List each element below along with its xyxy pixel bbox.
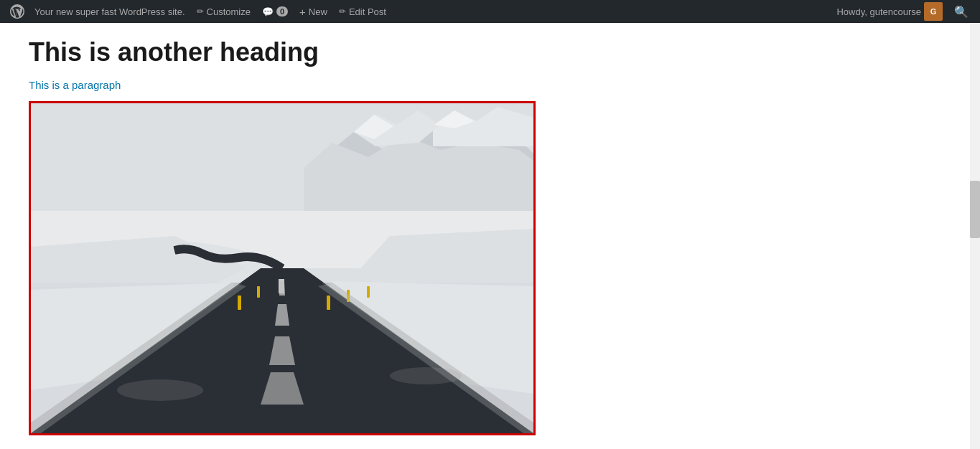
- site-name-text: Your new super fast WordPress site.: [34, 6, 185, 17]
- svg-point-30: [390, 367, 462, 384]
- page-content: This is another heading This is a paragr…: [0, 23, 862, 449]
- avatar-initials: G: [930, 7, 937, 16]
- howdy-text: Howdy, gutencourse: [836, 6, 921, 17]
- svg-marker-16: [279, 281, 285, 296]
- howdy-link[interactable]: Howdy, gutencourse G: [831, 0, 948, 23]
- edit-post-link[interactable]: ✏ Edit Post: [333, 0, 392, 23]
- edit-pencil-icon: ✏: [339, 6, 346, 16]
- paragraph-link[interactable]: This is a paragraph: [29, 79, 833, 91]
- admin-bar: Your new super fast WordPress site. ✏ Cu…: [0, 0, 980, 23]
- comments-link[interactable]: 💬 0: [256, 0, 294, 23]
- svg-point-29: [117, 379, 203, 401]
- svg-rect-24: [327, 296, 330, 310]
- svg-rect-22: [238, 296, 241, 310]
- scrollbar-track[interactable]: [970, 23, 980, 449]
- site-name-link[interactable]: Your new super fast WordPress site.: [29, 0, 191, 23]
- svg-rect-23: [257, 286, 260, 298]
- user-avatar: G: [924, 2, 943, 21]
- search-button[interactable]: 🔍: [948, 0, 974, 23]
- image-container: [29, 101, 536, 435]
- comment-bubble-icon: 💬: [262, 6, 274, 17]
- new-content-link[interactable]: + New: [294, 0, 333, 23]
- road-image: [31, 103, 533, 433]
- edit-post-label: Edit Post: [349, 6, 386, 17]
- wp-logo[interactable]: [6, 0, 29, 23]
- svg-rect-26: [367, 286, 370, 298]
- new-label: New: [309, 6, 327, 17]
- pencil-icon: ✏: [197, 6, 204, 16]
- page-heading: This is another heading: [29, 37, 833, 67]
- scrollbar-thumb[interactable]: [970, 181, 980, 238]
- customize-label: Customize: [207, 6, 251, 17]
- plus-icon: +: [299, 6, 306, 18]
- customize-link[interactable]: ✏ Customize: [191, 0, 256, 23]
- search-icon: 🔍: [954, 5, 969, 19]
- comments-count: 0: [276, 6, 288, 16]
- admin-bar-right: Howdy, gutencourse G 🔍: [831, 0, 974, 23]
